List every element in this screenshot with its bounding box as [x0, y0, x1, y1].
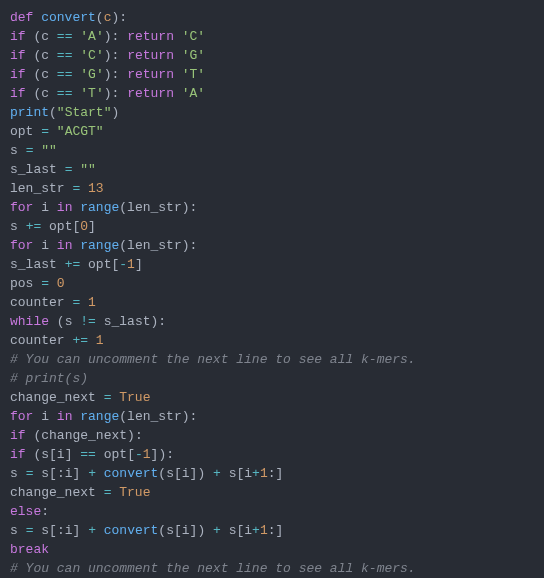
identifier: opt: [88, 257, 111, 272]
identifier: s: [65, 314, 73, 329]
paren: ): [104, 29, 112, 44]
identifier: i: [244, 466, 252, 481]
op-assign: =: [104, 485, 112, 500]
identifier: opt: [10, 124, 33, 139]
string: 'A': [80, 29, 103, 44]
bracket: ]: [88, 219, 96, 234]
identifier: s: [166, 466, 174, 481]
comment: # You can uncomment the next line to see…: [10, 352, 416, 367]
colon: :: [57, 466, 65, 481]
op-plus: +: [213, 466, 221, 481]
colon: :: [112, 48, 120, 63]
bracket: ]: [276, 466, 284, 481]
string: 'T': [80, 86, 103, 101]
keyword-return: return: [127, 29, 174, 44]
identifier: s_last: [10, 257, 57, 272]
bracket: ]: [276, 523, 284, 538]
identifier: s: [10, 219, 18, 234]
paren: (: [96, 10, 104, 25]
op-assign: =: [72, 181, 80, 196]
identifier: s: [10, 466, 18, 481]
op-eq: ==: [57, 86, 73, 101]
number: 13: [88, 181, 104, 196]
op-eq: ==: [80, 447, 96, 462]
op-assign: =: [41, 276, 49, 291]
paren: ): [197, 466, 205, 481]
keyword-if: if: [10, 48, 26, 63]
keyword-if: if: [10, 29, 26, 44]
fn-convert: convert: [104, 466, 159, 481]
paren: (: [158, 466, 166, 481]
colon: :: [190, 200, 198, 215]
keyword-for: for: [10, 200, 33, 215]
colon: :: [268, 523, 276, 538]
colon: :: [135, 428, 143, 443]
identifier: i: [41, 200, 49, 215]
code-block: def convert(c): if (c == 'A'): return 'C…: [0, 0, 544, 578]
identifier: c: [41, 86, 49, 101]
keyword-for: for: [10, 238, 33, 253]
number: 1: [143, 447, 151, 462]
identifier: s: [166, 523, 174, 538]
keyword-in: in: [57, 238, 73, 253]
identifier: change_next: [10, 485, 96, 500]
bool: True: [119, 485, 150, 500]
identifier: counter: [10, 295, 65, 310]
op-pluseq: +=: [65, 257, 81, 272]
colon: :: [190, 238, 198, 253]
string: "Start": [57, 105, 112, 120]
bracket: ]: [73, 466, 81, 481]
bool: True: [119, 390, 150, 405]
comment: # You can uncomment the next line to see…: [10, 561, 416, 576]
colon: :: [268, 466, 276, 481]
colon: :: [158, 314, 166, 329]
keyword-def: def: [10, 10, 33, 25]
identifier: pos: [10, 276, 33, 291]
keyword-return: return: [127, 86, 174, 101]
identifier: i: [57, 447, 65, 462]
op-eq: ==: [57, 29, 73, 44]
paren: ): [197, 523, 205, 538]
op-assign: =: [72, 295, 80, 310]
op-eq: ==: [57, 67, 73, 82]
keyword-while: while: [10, 314, 49, 329]
bracket: ]: [65, 447, 73, 462]
identifier: i: [65, 523, 73, 538]
identifier: i: [244, 523, 252, 538]
colon: :: [112, 86, 120, 101]
identifier: i: [182, 466, 190, 481]
number: 1: [260, 523, 268, 538]
fn-convert: convert: [104, 523, 159, 538]
bracket: [: [49, 523, 57, 538]
op-plus: +: [252, 523, 260, 538]
comment: # print(s): [10, 371, 88, 386]
identifier: opt: [49, 219, 72, 234]
op-neg: -: [119, 257, 127, 272]
paren: ): [182, 200, 190, 215]
paren: (: [119, 409, 127, 424]
bracket: [: [127, 447, 135, 462]
identifier: change_next: [41, 428, 127, 443]
identifier: len_str: [127, 409, 182, 424]
paren: (: [49, 105, 57, 120]
identifier: change_next: [10, 390, 96, 405]
number: 1: [88, 295, 96, 310]
number: 1: [260, 466, 268, 481]
paren: (: [119, 200, 127, 215]
op-ne: !=: [80, 314, 96, 329]
identifier: counter: [10, 333, 65, 348]
identifier: s: [10, 143, 18, 158]
string: "ACGT": [57, 124, 104, 139]
identifier: c: [41, 29, 49, 44]
keyword-if: if: [10, 67, 26, 82]
string: 'C': [182, 29, 205, 44]
string: 'T': [182, 67, 205, 82]
bracket: [: [49, 447, 57, 462]
identifier: len_str: [127, 200, 182, 215]
paren: ): [104, 48, 112, 63]
colon: :: [57, 523, 65, 538]
colon: :: [166, 447, 174, 462]
op-assign: =: [26, 523, 34, 538]
paren: (: [57, 314, 65, 329]
number: 1: [127, 257, 135, 272]
